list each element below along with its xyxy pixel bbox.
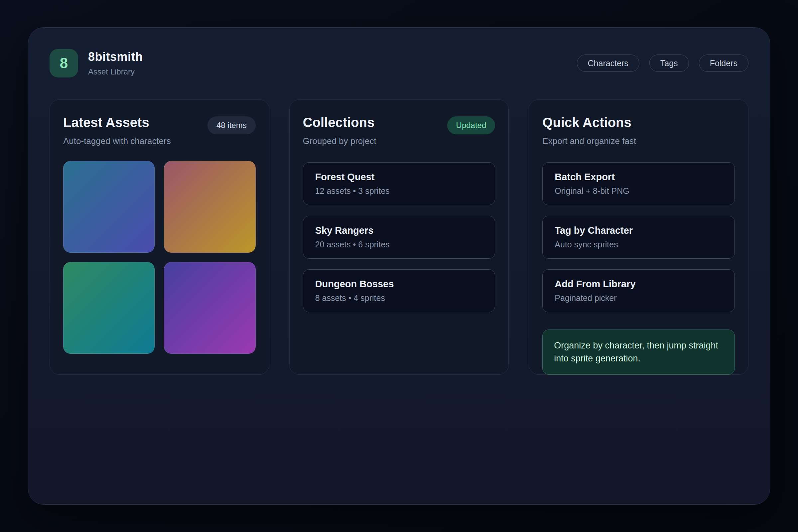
collections-list: Forest Quest 12 assets • 3 sprites Sky R… xyxy=(303,162,495,312)
nav-button-tags[interactable]: Tags xyxy=(649,55,689,72)
asset-tile[interactable] xyxy=(164,262,255,354)
updated-badge: Updated xyxy=(447,116,495,134)
collection-row-forest-quest[interactable]: Forest Quest 12 assets • 3 sprites xyxy=(303,162,495,205)
action-name: Add From Library xyxy=(555,279,723,290)
nav-button-characters[interactable]: Characters xyxy=(577,55,640,72)
header: 8 8bitsmith Asset Library Characters Tag… xyxy=(50,49,748,77)
brand: 8 8bitsmith Asset Library xyxy=(50,49,143,77)
asset-tile-grid xyxy=(63,161,256,354)
app-window: 8 8bitsmith Asset Library Characters Tag… xyxy=(28,27,770,505)
brand-text: 8bitsmith Asset Library xyxy=(88,50,143,76)
action-meta: Original + 8-bit PNG xyxy=(555,186,723,196)
header-nav: Characters Tags Folders xyxy=(577,55,748,72)
collection-meta: 12 assets • 3 sprites xyxy=(315,186,483,196)
collection-name: Sky Rangers xyxy=(315,225,483,236)
action-meta: Paginated picker xyxy=(555,293,723,303)
latest-assets-subtitle: Auto-tagged with characters xyxy=(63,136,171,146)
action-name: Tag by Character xyxy=(555,225,723,236)
quick-actions-list: Batch Export Original + 8-bit PNG Tag by… xyxy=(542,162,735,312)
app-title: 8bitsmith xyxy=(88,50,143,64)
quick-actions-title: Quick Actions xyxy=(542,115,636,130)
latest-assets-heading: Latest Assets Auto-tagged with character… xyxy=(63,115,171,146)
cards-row: Latest Assets Auto-tagged with character… xyxy=(50,99,748,375)
collections-title: Collections xyxy=(303,115,376,130)
action-row-batch-export[interactable]: Batch Export Original + 8-bit PNG xyxy=(542,162,735,205)
collection-row-sky-rangers[interactable]: Sky Rangers 20 assets • 6 sprites xyxy=(303,216,495,259)
action-name: Batch Export xyxy=(555,172,723,183)
tip-note: Organize by character, then jump straigh… xyxy=(542,329,735,375)
action-row-tag-by-character[interactable]: Tag by Character Auto sync sprites xyxy=(542,216,735,259)
latest-assets-card: Latest Assets Auto-tagged with character… xyxy=(50,99,269,375)
collection-name: Forest Quest xyxy=(315,172,483,183)
collections-header: Collections Grouped by project Updated xyxy=(303,115,495,146)
asset-tile[interactable] xyxy=(63,161,155,253)
action-meta: Auto sync sprites xyxy=(555,240,723,249)
quick-actions-subtitle: Export and organize fast xyxy=(542,136,636,146)
collections-subtitle: Grouped by project xyxy=(303,136,376,146)
quick-actions-header: Quick Actions Export and organize fast xyxy=(542,115,735,146)
latest-assets-title: Latest Assets xyxy=(63,115,171,130)
asset-tile[interactable] xyxy=(63,262,155,354)
asset-tile[interactable] xyxy=(164,161,255,253)
nav-button-folders[interactable]: Folders xyxy=(699,55,748,72)
action-row-add-from-library[interactable]: Add From Library Paginated picker xyxy=(542,269,735,312)
collection-name: Dungeon Bosses xyxy=(315,279,483,290)
collections-heading: Collections Grouped by project xyxy=(303,115,376,146)
latest-assets-header: Latest Assets Auto-tagged with character… xyxy=(63,115,256,146)
quick-actions-heading: Quick Actions Export and organize fast xyxy=(542,115,636,146)
collection-meta: 8 assets • 4 sprites xyxy=(315,293,483,303)
quick-actions-card: Quick Actions Export and organize fast B… xyxy=(529,99,748,375)
app-logo-icon: 8 xyxy=(50,49,78,77)
collection-row-dungeon-bosses[interactable]: Dungeon Bosses 8 assets • 4 sprites xyxy=(303,269,495,312)
app-subtitle: Asset Library xyxy=(88,67,143,76)
items-count-badge: 48 items xyxy=(208,116,256,134)
collections-card: Collections Grouped by project Updated F… xyxy=(289,99,509,375)
collection-meta: 20 assets • 6 sprites xyxy=(315,240,483,249)
